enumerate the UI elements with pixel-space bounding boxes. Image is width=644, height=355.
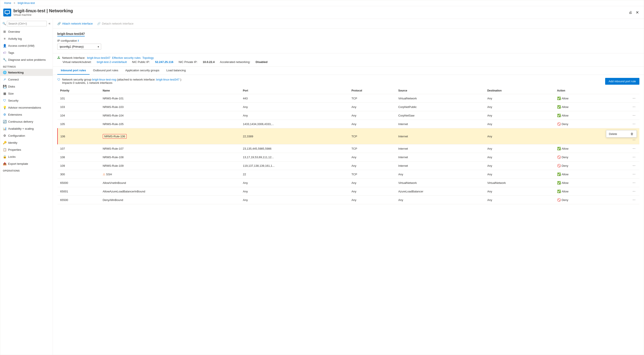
close-button[interactable]: ✕ [634, 9, 641, 16]
cell-destination: Any [485, 187, 554, 196]
more-options-button[interactable]: ··· [631, 163, 637, 168]
cell-more: ··· [604, 153, 640, 161]
sidebar-item-export-template[interactable]: 📤 Export template [0, 160, 53, 167]
cell-destination: Any [485, 153, 554, 161]
col-source: Source [396, 87, 485, 94]
cell-source: Internet [396, 153, 485, 161]
more-options-button[interactable]: ··· [631, 155, 637, 159]
tab-outbound[interactable]: Outbound port rules [90, 66, 122, 75]
cell-destination: Any [485, 103, 554, 111]
nsg-link[interactable]: brigit-linux-test-nsg [92, 78, 116, 81]
ip-config-select[interactable]: ipconfig1 (Primary) [57, 44, 101, 49]
action-allow: ✅ Allow [557, 96, 601, 100]
sidebar-item-properties[interactable]: 📋 Properties [0, 146, 53, 153]
cell-protocol: Any [349, 196, 396, 204]
attach-nic-icon: 🔗 [57, 22, 61, 25]
sidebar-item-connect[interactable]: ↗ Connect [0, 76, 53, 83]
nsg-info-bar: 🛡 Network security group brigit-linux-te… [57, 78, 640, 85]
header-actions: 🖨 ✕ [629, 9, 641, 16]
tab-app-security[interactable]: Application security groups [122, 66, 163, 75]
cell-action: ✅ Allow [554, 144, 604, 153]
effective-security-link[interactable]: Effective security rules [112, 56, 141, 59]
cell-port: Any [240, 103, 349, 111]
cell-priority: 65001 [58, 187, 100, 196]
sidebar-item-activity-log[interactable]: ≡ Activity log [0, 35, 53, 42]
sidebar-item-availability[interactable]: 📊 Availability + scaling [0, 125, 53, 132]
sidebar-item-continuous-delivery[interactable]: 🔄 Continuous delivery [0, 118, 53, 125]
deny-icon: 🚫 [557, 164, 561, 167]
cell-destination: VirtualNetwork [485, 179, 554, 187]
cell-more: ··· [604, 179, 640, 187]
table-row: 65000 AllowVnetInBound Any Any VirtualNe… [58, 179, 640, 187]
sidebar-item-configuration[interactable]: ⚙ Configuration [0, 132, 53, 139]
add-inbound-rule-button[interactable]: Add inbound port rule [605, 78, 640, 85]
breadcrumb-home[interactable]: Home [4, 1, 11, 4]
more-options-button[interactable]: ··· [631, 122, 637, 126]
breadcrumb-current[interactable]: brigit-linux-test [18, 1, 35, 4]
topology-link[interactable]: Topology [142, 56, 154, 59]
tab-inbound[interactable]: Inbound port rules [57, 66, 90, 75]
sidebar-label-tags: Tags [8, 51, 14, 54]
highlighted-rule-name: NRMS-Rule-106 [103, 134, 127, 139]
cell-more: ··· [604, 196, 640, 204]
more-options-button[interactable]: ··· [631, 113, 637, 118]
cell-priority: 65500 [58, 196, 100, 204]
sidebar-item-size[interactable]: ▦ Size [0, 90, 53, 97]
sidebar-item-access-control[interactable]: 👤 Access control (IAM) [0, 42, 53, 49]
sidebar-item-advisor[interactable]: 💡 Advisor recommendations [0, 104, 53, 111]
cell-destination: Any [485, 128, 554, 144]
sidebar-item-locks[interactable]: 🔒 Locks [0, 153, 53, 160]
more-options-button[interactable]: ··· [631, 104, 637, 109]
more-options-button[interactable]: ··· [631, 96, 637, 101]
overview-icon: ⊞ [3, 30, 6, 33]
sidebar-label-identity: Identity [8, 141, 17, 144]
cell-source: Internet [396, 120, 485, 128]
detach-nic-button[interactable]: 🔗 Detach network interface [97, 21, 134, 26]
table-row: 105 NRMS-Rule-105 1433,1434,3306,4333,..… [58, 120, 640, 128]
attach-nic-button[interactable]: 🔗 Attach network interface [57, 21, 93, 26]
more-options-button[interactable]: ··· [631, 138, 637, 142]
col-name: Name [100, 87, 240, 94]
sidebar-item-identity[interactable]: 🔑 Identity [0, 139, 53, 146]
cell-action: 🚫 Deny [554, 161, 604, 170]
warning-icon: ⚠ [103, 173, 105, 176]
nsg-attached-link[interactable]: brigit-linux-test347 [156, 78, 180, 81]
vnet-link[interactable]: brigit-test-2-vnet/default [97, 60, 127, 64]
more-options-button[interactable]: ··· [631, 197, 637, 202]
action-allow: ✅ Allow [557, 147, 601, 150]
print-button[interactable]: 🖨 [629, 10, 632, 15]
sidebar-item-disks[interactable]: 💾 Disks [0, 83, 53, 90]
cell-destination: Any [485, 196, 554, 204]
svg-rect-2 [5, 11, 9, 13]
security-icon: 🛡 [3, 99, 6, 102]
network-interface-link[interactable]: brigit-linux-test347 [87, 56, 110, 59]
cell-action: ✅ Allow [554, 111, 604, 120]
nic-name[interactable]: brigit-linux-test347 [57, 32, 85, 36]
sidebar-item-diagnose[interactable]: 🔧 Diagnose and solve problems [0, 56, 53, 63]
sidebar-item-extensions[interactable]: ⚙ Extensions [0, 111, 53, 118]
more-options-button[interactable]: ··· [631, 189, 637, 194]
more-options-button[interactable]: ··· [631, 146, 637, 151]
sidebar-item-overview[interactable]: ⊞ Overview [0, 28, 53, 35]
sidebar-item-networking[interactable]: 🌐 Networking [0, 69, 53, 76]
more-options-button[interactable]: ··· [631, 180, 637, 185]
cell-more: ··· [604, 103, 640, 111]
collapse-button[interactable]: « [48, 21, 51, 26]
table-row: 106 NRMS-Rule-106 22,3389 TCP Internet A… [58, 128, 640, 144]
diagnose-icon: 🔧 [3, 58, 6, 61]
sidebar-item-security[interactable]: 🛡 Security [0, 97, 53, 104]
cell-name: NRMS-Rule-108 [100, 153, 240, 161]
cell-priority: 105 [58, 120, 100, 128]
sidebar-item-tags[interactable]: 🏷 Tags [0, 49, 53, 56]
inbound-rules-table: Priority Name Port Protocol Source Desti… [57, 87, 640, 204]
search-input[interactable] [7, 21, 47, 26]
table-row: 101 NRMS-Rule-101 443 TCP VirtualNetwork… [58, 94, 640, 103]
action-allow: ✅ Allow [557, 172, 601, 176]
sidebar-label-connect: Connect [8, 78, 19, 81]
cell-destination: Any [485, 170, 554, 179]
tab-load-balancing[interactable]: Load balancing [163, 66, 189, 75]
nsg-attached-close: ) [180, 78, 181, 81]
more-options-button[interactable]: ··· [631, 172, 637, 177]
delete-icon-button[interactable]: 🗑 [630, 132, 634, 136]
cell-priority: 101 [58, 94, 100, 103]
